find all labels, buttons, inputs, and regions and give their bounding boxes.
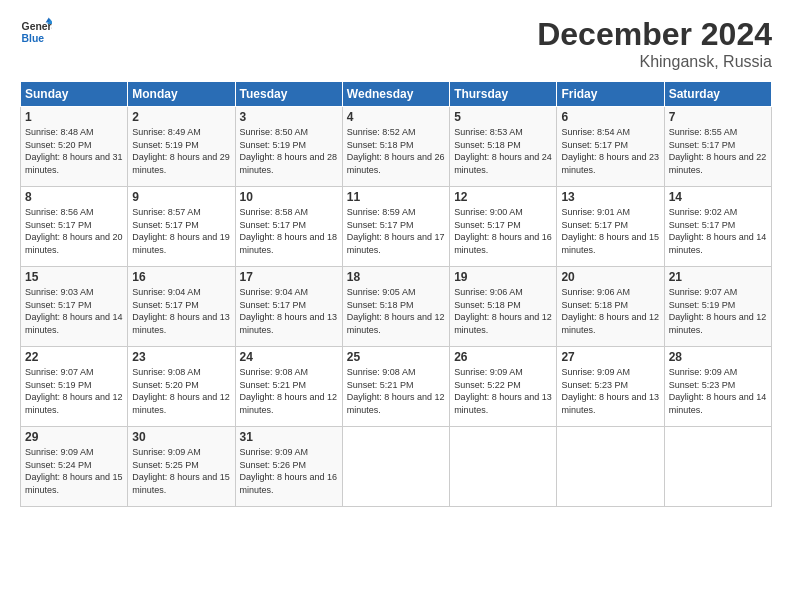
table-row: 23Sunrise: 9:08 AMSunset: 5:20 PMDayligh… xyxy=(128,347,235,427)
day-number: 7 xyxy=(669,110,767,124)
month-title: December 2024 xyxy=(537,16,772,53)
day-info: Sunrise: 9:06 AMSunset: 5:18 PMDaylight:… xyxy=(454,286,552,336)
day-number: 19 xyxy=(454,270,552,284)
table-row: 11Sunrise: 8:59 AMSunset: 5:17 PMDayligh… xyxy=(342,187,449,267)
day-info: Sunrise: 8:53 AMSunset: 5:18 PMDaylight:… xyxy=(454,126,552,176)
table-row xyxy=(664,427,771,507)
table-row: 15Sunrise: 9:03 AMSunset: 5:17 PMDayligh… xyxy=(21,267,128,347)
table-row: 8Sunrise: 8:56 AMSunset: 5:17 PMDaylight… xyxy=(21,187,128,267)
col-sunday: Sunday xyxy=(21,82,128,107)
day-info: Sunrise: 9:09 AMSunset: 5:22 PMDaylight:… xyxy=(454,366,552,416)
table-row: 4Sunrise: 8:52 AMSunset: 5:18 PMDaylight… xyxy=(342,107,449,187)
table-row xyxy=(342,427,449,507)
calendar-week-2: 8Sunrise: 8:56 AMSunset: 5:17 PMDaylight… xyxy=(21,187,772,267)
day-info: Sunrise: 8:59 AMSunset: 5:17 PMDaylight:… xyxy=(347,206,445,256)
day-info: Sunrise: 9:04 AMSunset: 5:17 PMDaylight:… xyxy=(240,286,338,336)
day-number: 28 xyxy=(669,350,767,364)
day-info: Sunrise: 8:57 AMSunset: 5:17 PMDaylight:… xyxy=(132,206,230,256)
table-row: 22Sunrise: 9:07 AMSunset: 5:19 PMDayligh… xyxy=(21,347,128,427)
table-row: 29Sunrise: 9:09 AMSunset: 5:24 PMDayligh… xyxy=(21,427,128,507)
svg-text:Blue: Blue xyxy=(22,33,45,44)
day-info: Sunrise: 8:54 AMSunset: 5:17 PMDaylight:… xyxy=(561,126,659,176)
table-row: 2Sunrise: 8:49 AMSunset: 5:19 PMDaylight… xyxy=(128,107,235,187)
table-row: 14Sunrise: 9:02 AMSunset: 5:17 PMDayligh… xyxy=(664,187,771,267)
day-info: Sunrise: 9:06 AMSunset: 5:18 PMDaylight:… xyxy=(561,286,659,336)
day-number: 14 xyxy=(669,190,767,204)
table-row: 18Sunrise: 9:05 AMSunset: 5:18 PMDayligh… xyxy=(342,267,449,347)
day-info: Sunrise: 9:02 AMSunset: 5:17 PMDaylight:… xyxy=(669,206,767,256)
day-number: 23 xyxy=(132,350,230,364)
col-friday: Friday xyxy=(557,82,664,107)
day-info: Sunrise: 9:08 AMSunset: 5:21 PMDaylight:… xyxy=(347,366,445,416)
day-number: 6 xyxy=(561,110,659,124)
day-info: Sunrise: 9:07 AMSunset: 5:19 PMDaylight:… xyxy=(669,286,767,336)
table-row: 6Sunrise: 8:54 AMSunset: 5:17 PMDaylight… xyxy=(557,107,664,187)
table-row: 31Sunrise: 9:09 AMSunset: 5:26 PMDayligh… xyxy=(235,427,342,507)
header: General Blue December 2024 Khingansk, Ru… xyxy=(20,16,772,71)
day-info: Sunrise: 9:09 AMSunset: 5:25 PMDaylight:… xyxy=(132,446,230,496)
day-info: Sunrise: 9:09 AMSunset: 5:23 PMDaylight:… xyxy=(669,366,767,416)
day-info: Sunrise: 9:04 AMSunset: 5:17 PMDaylight:… xyxy=(132,286,230,336)
day-number: 18 xyxy=(347,270,445,284)
calendar-week-1: 1Sunrise: 8:48 AMSunset: 5:20 PMDaylight… xyxy=(21,107,772,187)
table-row: 26Sunrise: 9:09 AMSunset: 5:22 PMDayligh… xyxy=(450,347,557,427)
day-number: 13 xyxy=(561,190,659,204)
calendar-week-3: 15Sunrise: 9:03 AMSunset: 5:17 PMDayligh… xyxy=(21,267,772,347)
logo-icon: General Blue xyxy=(20,16,52,48)
table-row: 5Sunrise: 8:53 AMSunset: 5:18 PMDaylight… xyxy=(450,107,557,187)
day-number: 9 xyxy=(132,190,230,204)
day-info: Sunrise: 9:05 AMSunset: 5:18 PMDaylight:… xyxy=(347,286,445,336)
page: General Blue December 2024 Khingansk, Ru… xyxy=(0,0,792,612)
location: Khingansk, Russia xyxy=(537,53,772,71)
day-info: Sunrise: 9:09 AMSunset: 5:23 PMDaylight:… xyxy=(561,366,659,416)
table-row: 7Sunrise: 8:55 AMSunset: 5:17 PMDaylight… xyxy=(664,107,771,187)
table-row: 28Sunrise: 9:09 AMSunset: 5:23 PMDayligh… xyxy=(664,347,771,427)
day-info: Sunrise: 9:08 AMSunset: 5:21 PMDaylight:… xyxy=(240,366,338,416)
day-number: 2 xyxy=(132,110,230,124)
day-info: Sunrise: 9:09 AMSunset: 5:24 PMDaylight:… xyxy=(25,446,123,496)
day-info: Sunrise: 8:52 AMSunset: 5:18 PMDaylight:… xyxy=(347,126,445,176)
day-number: 22 xyxy=(25,350,123,364)
title-block: December 2024 Khingansk, Russia xyxy=(537,16,772,71)
table-row: 1Sunrise: 8:48 AMSunset: 5:20 PMDaylight… xyxy=(21,107,128,187)
table-row: 17Sunrise: 9:04 AMSunset: 5:17 PMDayligh… xyxy=(235,267,342,347)
day-number: 21 xyxy=(669,270,767,284)
day-number: 30 xyxy=(132,430,230,444)
col-tuesday: Tuesday xyxy=(235,82,342,107)
svg-text:General: General xyxy=(22,21,52,32)
day-number: 27 xyxy=(561,350,659,364)
calendar-week-5: 29Sunrise: 9:09 AMSunset: 5:24 PMDayligh… xyxy=(21,427,772,507)
col-wednesday: Wednesday xyxy=(342,82,449,107)
table-row: 24Sunrise: 9:08 AMSunset: 5:21 PMDayligh… xyxy=(235,347,342,427)
table-row: 16Sunrise: 9:04 AMSunset: 5:17 PMDayligh… xyxy=(128,267,235,347)
day-info: Sunrise: 9:03 AMSunset: 5:17 PMDaylight:… xyxy=(25,286,123,336)
day-number: 17 xyxy=(240,270,338,284)
col-saturday: Saturday xyxy=(664,82,771,107)
day-number: 12 xyxy=(454,190,552,204)
day-info: Sunrise: 8:56 AMSunset: 5:17 PMDaylight:… xyxy=(25,206,123,256)
table-row: 25Sunrise: 9:08 AMSunset: 5:21 PMDayligh… xyxy=(342,347,449,427)
day-info: Sunrise: 9:08 AMSunset: 5:20 PMDaylight:… xyxy=(132,366,230,416)
day-number: 8 xyxy=(25,190,123,204)
table-row xyxy=(557,427,664,507)
day-info: Sunrise: 9:09 AMSunset: 5:26 PMDaylight:… xyxy=(240,446,338,496)
day-number: 16 xyxy=(132,270,230,284)
table-row: 12Sunrise: 9:00 AMSunset: 5:17 PMDayligh… xyxy=(450,187,557,267)
table-row: 10Sunrise: 8:58 AMSunset: 5:17 PMDayligh… xyxy=(235,187,342,267)
day-number: 15 xyxy=(25,270,123,284)
day-number: 10 xyxy=(240,190,338,204)
day-number: 31 xyxy=(240,430,338,444)
table-row: 19Sunrise: 9:06 AMSunset: 5:18 PMDayligh… xyxy=(450,267,557,347)
day-number: 26 xyxy=(454,350,552,364)
table-row: 21Sunrise: 9:07 AMSunset: 5:19 PMDayligh… xyxy=(664,267,771,347)
day-info: Sunrise: 8:55 AMSunset: 5:17 PMDaylight:… xyxy=(669,126,767,176)
col-thursday: Thursday xyxy=(450,82,557,107)
day-info: Sunrise: 8:48 AMSunset: 5:20 PMDaylight:… xyxy=(25,126,123,176)
col-monday: Monday xyxy=(128,82,235,107)
day-number: 5 xyxy=(454,110,552,124)
table-row: 30Sunrise: 9:09 AMSunset: 5:25 PMDayligh… xyxy=(128,427,235,507)
day-number: 1 xyxy=(25,110,123,124)
day-number: 11 xyxy=(347,190,445,204)
logo: General Blue xyxy=(20,16,52,48)
day-number: 25 xyxy=(347,350,445,364)
